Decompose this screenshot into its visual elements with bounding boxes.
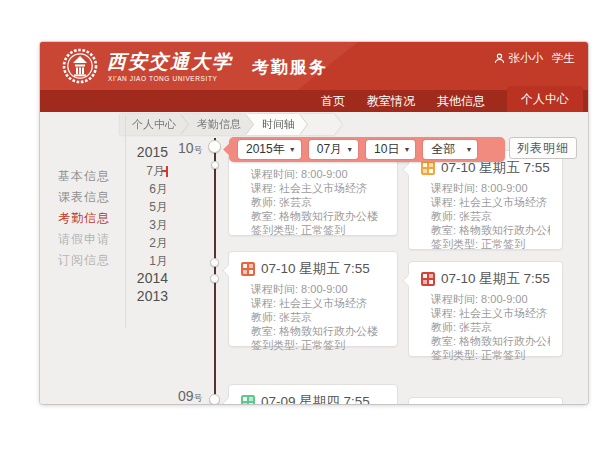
timeline-node[interactable] [211, 161, 219, 169]
card-field-course: 课程: 社会主义市场经济 [251, 296, 385, 310]
card-date-title: 07-10 星期五 7:55 [441, 270, 550, 288]
day-dropdown[interactable]: 10日▼ [366, 140, 415, 159]
card-field-course-time: 课程时间: 8:00-9:00 [251, 282, 385, 296]
timeline-node[interactable] [210, 274, 219, 283]
type-dropdown[interactable]: 全部▼ [423, 140, 477, 159]
timeline-node-day10[interactable] [208, 140, 221, 153]
breadcrumb: 个人中心 考勤信息 时间轴 [120, 114, 342, 135]
filter-bar: 2015年▼ 07月▼ 10日▼ 全部▼ [229, 137, 505, 162]
user-name: 张小小 [509, 51, 544, 66]
year-dropdown[interactable]: 2015年▼ [238, 140, 301, 159]
app-title: 考勤服务 [252, 56, 328, 79]
university-name-cn: 西安交通大学 [107, 49, 233, 75]
timeline-month-february[interactable]: 2月 [126, 235, 168, 252]
user-role: 学生 [552, 51, 575, 66]
attendance-card[interactable]: 课程时间: 8:00-9:00 课程: 社会主义市场经济 教师: 张芸京 教室:… [228, 154, 398, 236]
list-detail-button[interactable]: 列表明细 [509, 137, 577, 159]
attendance-status-icon [421, 272, 435, 286]
attendance-card-partial[interactable] [408, 397, 563, 404]
sidebar-item-schedule-info[interactable]: 课表信息 [58, 189, 122, 206]
page: 西安交通大学 XI'AN JIAO TONG UNIVERSITY 考勤服务 张… [0, 0, 600, 450]
breadcrumb-timeline[interactable]: 时间轴 [246, 114, 307, 135]
card-field-course: 课程: 社会主义市场经济 [431, 195, 550, 209]
attendance-status-icon [241, 262, 255, 276]
card-field-classroom: 教室: 格物致知行政办公楼 [431, 334, 550, 348]
timeline-month-january[interactable]: 1月 [126, 253, 168, 270]
card-date-title: 07-10 星期五 7:55 [261, 260, 370, 278]
card-field-classroom: 教室: 格物致知行政办公楼 [431, 223, 550, 237]
chevron-down-icon: ▼ [289, 140, 296, 159]
timeline-year-2015[interactable]: 2015 [126, 144, 168, 160]
card-field-checkin-type: 签到类型: 正常签到 [251, 338, 385, 352]
main-nav: 首页 教室情况 其他信息 个人中心 [40, 90, 588, 112]
breadcrumb-attendance-info[interactable]: 考勤信息 [181, 114, 253, 135]
nav-other-info[interactable]: 其他信息 [437, 90, 485, 112]
university-name-en: XI'AN JIAO TONG UNIVERSITY [108, 75, 217, 82]
user-info[interactable]: 张小小 学生 [494, 51, 576, 66]
card-field-classroom: 教室: 格物致知行政办公楼 [251, 324, 385, 338]
chevron-down-icon: ▼ [346, 140, 353, 159]
breadcrumb-personal-center[interactable]: 个人中心 [120, 114, 188, 135]
card-date-title: 07-09 星期四 7:55 [261, 393, 370, 404]
card-field-checkin-type: 签到类型: 正常签到 [251, 223, 385, 237]
university-logo-icon [61, 47, 99, 85]
card-field-course: 课程: 社会主义市场经济 [251, 181, 385, 195]
card-field-teacher: 教师: 张芸京 [431, 320, 550, 334]
nav-personal-center[interactable]: 个人中心 [507, 86, 583, 112]
app-window: 西安交通大学 XI'AN JIAO TONG UNIVERSITY 考勤服务 张… [40, 42, 588, 404]
card-field-course-time: 课程时间: 8:00-9:00 [251, 167, 385, 181]
timeline-month-july[interactable]: 7月 [126, 163, 168, 180]
month-dropdown[interactable]: 07月▼ [309, 140, 358, 159]
nav-classrooms[interactable]: 教室情况 [367, 90, 415, 112]
timeline-month-june[interactable]: 6月 [126, 181, 168, 198]
attendance-card[interactable]: 07-10 星期五 7:55 课程时间: 8:00-9:00 课程: 社会主义市… [228, 251, 398, 347]
sidebar-item-attendance-info[interactable]: 考勤信息 [58, 210, 122, 227]
app-header: 西安交通大学 XI'AN JIAO TONG UNIVERSITY 考勤服务 张… [40, 42, 588, 90]
nav-home[interactable]: 首页 [321, 90, 345, 112]
sidebar-item-leave-request[interactable]: 请假申请 [58, 231, 122, 248]
card-field-classroom: 教室: 格物致知行政办公楼 [251, 209, 385, 223]
sidebar-item-subscription-info[interactable]: 订阅信息 [58, 252, 122, 269]
card-field-course-time: 课程时间: 8:00-9:00 [431, 181, 550, 195]
attendance-card[interactable]: 07-10 星期五 7:55 课程时间: 8:00-9:00 课程: 社会主义市… [408, 150, 563, 250]
attendance-card[interactable]: 07-09 星期四 7:55 [228, 384, 398, 404]
chevron-down-icon: ▼ [403, 140, 410, 159]
day-label-09: 09号 [178, 388, 203, 404]
card-field-course: 课程: 社会主义市场经济 [431, 306, 550, 320]
card-field-checkin-type: 签到类型: 正常签到 [431, 348, 550, 362]
timeline-month-may[interactable]: 5月 [126, 199, 168, 216]
current-month-marker [166, 166, 168, 177]
person-icon [494, 53, 505, 64]
attendance-status-icon [421, 161, 435, 175]
card-field-checkin-type: 签到类型: 正常签到 [431, 237, 550, 251]
timeline-node[interactable] [210, 258, 219, 267]
timeline-axis [214, 138, 216, 404]
card-field-teacher: 教师: 张芸京 [251, 310, 385, 324]
day-label-10: 10号 [178, 140, 203, 157]
sidebar-item-basic-info[interactable]: 基本信息 [58, 168, 122, 185]
card-field-course-time: 课程时间: 8:00-9:00 [431, 292, 550, 306]
attendance-card[interactable]: 07-10 星期五 7:55 课程时间: 8:00-9:00 课程: 社会主义市… [408, 261, 563, 357]
content-area: 个人中心 考勤信息 时间轴 基本信息 课表信息 考勤信息 请假申请 订阅信息 2… [40, 112, 588, 404]
timeline-year-2014[interactable]: 2014 [126, 270, 168, 286]
card-field-teacher: 教师: 张芸京 [251, 195, 385, 209]
chevron-down-icon: ▼ [465, 140, 472, 159]
timeline-node-day09[interactable] [209, 394, 220, 404]
timeline-month-march[interactable]: 3月 [126, 217, 168, 234]
attendance-status-icon [241, 395, 255, 404]
card-field-teacher: 教师: 张芸京 [431, 209, 550, 223]
timeline-year-2013[interactable]: 2013 [126, 288, 168, 304]
